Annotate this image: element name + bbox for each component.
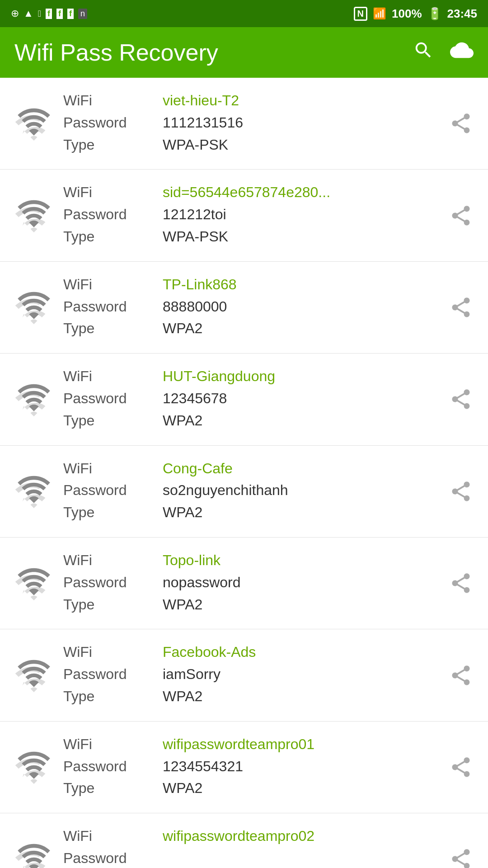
share-button[interactable] bbox=[443, 387, 479, 411]
type-row: TypeWPA2 bbox=[63, 410, 443, 431]
wifi-signal-icon bbox=[9, 750, 59, 784]
wifi-signal-icon bbox=[9, 107, 59, 141]
facebook-icon-4: f bbox=[67, 9, 74, 19]
wifi-info: WiFiTP-Link868Password88880000TypeWPA2 bbox=[59, 274, 443, 340]
wifi-label: WiFi bbox=[63, 734, 163, 755]
wifi-row: WiFisid=56544e657874e280... bbox=[63, 182, 443, 203]
wifi-info: WiFiHUT-GiangduongPassword12345678TypeWP… bbox=[59, 366, 443, 432]
status-bar: ⊕ ▲  f f f n N 📶 100% 🔋 23:45 bbox=[0, 0, 488, 27]
share-button[interactable] bbox=[443, 755, 479, 779]
type-label: Type bbox=[63, 502, 163, 523]
nfc-icon: N bbox=[354, 7, 367, 21]
wifi-label: WiFi bbox=[63, 182, 163, 203]
password-row: Password88880000 bbox=[63, 297, 443, 317]
wifi-info: WiFisid=56544e657874e280...Password12121… bbox=[59, 182, 443, 248]
warning-icon: ▲ bbox=[23, 8, 33, 19]
password-value: 121212toi bbox=[163, 204, 226, 225]
share-button[interactable] bbox=[443, 571, 479, 595]
list-item: WiFiTopo-linkPasswordnopasswordTypeWPA2 bbox=[0, 538, 488, 629]
wifi-signal-icon bbox=[9, 566, 59, 600]
share-button[interactable] bbox=[443, 112, 479, 135]
password-row: Password bbox=[63, 848, 443, 868]
wifi-row: WiFiviet-hieu-T2 bbox=[63, 90, 443, 111]
wifi-signal-icon bbox=[9, 474, 59, 508]
password-value: nopassword bbox=[163, 572, 241, 593]
password-label: Password bbox=[63, 480, 163, 500]
facebook-icon-2: f bbox=[46, 9, 52, 19]
list-item: WiFiFacebook-AdsPasswordiamSorryTypeWPA2 bbox=[0, 629, 488, 721]
wifi-ssid-value: Facebook-Ads bbox=[163, 642, 256, 662]
password-value: 88880000 bbox=[163, 297, 227, 317]
clock: 23:45 bbox=[447, 7, 478, 21]
wifi-row: WiFiwifipasswordteampro02 bbox=[63, 826, 443, 846]
search-icon[interactable] bbox=[413, 40, 434, 66]
type-row: TypeWPA2 bbox=[63, 778, 443, 798]
share-button[interactable] bbox=[443, 296, 479, 319]
type-row: TypeWPA2 bbox=[63, 502, 443, 523]
facebook-icon-1:  bbox=[38, 9, 41, 19]
list-item: WiFiwifipasswordteampro02PasswordType bbox=[0, 813, 488, 868]
list-item: WiFiviet-hieu-T2Password1112131516TypeWP… bbox=[0, 78, 488, 170]
type-value: WPA2 bbox=[163, 410, 202, 431]
app-bar: Wifi Pass Recovery bbox=[0, 27, 488, 78]
list-item: WiFisid=56544e657874e280...Password12121… bbox=[0, 170, 488, 261]
wifi-row: WiFiwifipasswordteampro01 bbox=[63, 734, 443, 755]
wifi-label: WiFi bbox=[63, 826, 163, 846]
password-label: Password bbox=[63, 848, 163, 868]
share-button[interactable] bbox=[443, 664, 479, 687]
n-icon: n bbox=[78, 9, 87, 19]
password-row: Password1112131516 bbox=[63, 113, 443, 133]
type-label: Type bbox=[63, 686, 163, 707]
password-value: iamSorry bbox=[163, 664, 221, 684]
wifi-ssid-value: Topo-link bbox=[163, 550, 221, 571]
wifi-signal-icon bbox=[9, 842, 59, 868]
wifi-info: WiFiFacebook-AdsPasswordiamSorryTypeWPA2 bbox=[59, 642, 443, 708]
wifi-label: WiFi bbox=[63, 90, 163, 111]
password-row: Passwordnopassword bbox=[63, 572, 443, 593]
password-row: Passwordso2nguyenchithanh bbox=[63, 480, 443, 500]
wifi-signal-icon bbox=[9, 198, 59, 232]
password-value: 1234554321 bbox=[163, 756, 243, 777]
wifi-ssid-value: HUT-Giangduong bbox=[163, 366, 275, 387]
wifi-info: WiFiwifipasswordteampro01Password1234554… bbox=[59, 734, 443, 800]
add-icon: ⊕ bbox=[11, 8, 19, 19]
wifi-ssid-value: sid=56544e657874e280... bbox=[163, 182, 330, 203]
app-title: Wifi Pass Recovery bbox=[14, 39, 218, 66]
type-value: WPA2 bbox=[163, 318, 202, 339]
wifi-label: WiFi bbox=[63, 274, 163, 295]
password-row: Password121212toi bbox=[63, 204, 443, 225]
status-bar-left: ⊕ ▲  f f f n bbox=[11, 8, 87, 19]
type-value: WPA2 bbox=[163, 686, 202, 707]
type-label: Type bbox=[63, 778, 163, 798]
password-row: Password12345678 bbox=[63, 388, 443, 409]
share-button[interactable] bbox=[443, 204, 479, 227]
type-label: Type bbox=[63, 226, 163, 247]
wifi-row: WiFiTP-Link868 bbox=[63, 274, 443, 295]
share-button[interactable] bbox=[443, 480, 479, 503]
wifi-ssid-value: TP-Link868 bbox=[163, 274, 237, 295]
wifi-signal-icon bbox=[9, 290, 59, 324]
wifi-label: WiFi bbox=[63, 550, 163, 571]
wifi-ssid-value: wifipasswordteampro01 bbox=[163, 734, 314, 755]
wifi-row: WiFiTopo-link bbox=[63, 550, 443, 571]
wifi-list: WiFiviet-hieu-T2Password1112131516TypeWP… bbox=[0, 78, 488, 868]
wifi-ssid-value: Cong-Cafe bbox=[163, 458, 233, 479]
wifi-ssid-value: wifipasswordteampro02 bbox=[163, 826, 314, 846]
type-row: TypeWPA2 bbox=[63, 318, 443, 339]
list-item: WiFiHUT-GiangduongPassword12345678TypeWP… bbox=[0, 354, 488, 445]
type-label: Type bbox=[63, 410, 163, 431]
type-value: WPA2 bbox=[163, 778, 202, 798]
password-label: Password bbox=[63, 297, 163, 317]
password-value: so2nguyenchithanh bbox=[163, 480, 288, 500]
password-label: Password bbox=[63, 572, 163, 593]
app-bar-actions bbox=[413, 38, 474, 67]
type-value: WPA2 bbox=[163, 594, 202, 615]
password-label: Password bbox=[63, 756, 163, 777]
type-row: TypeWPA2 bbox=[63, 594, 443, 615]
share-button[interactable] bbox=[443, 847, 479, 868]
cloud-icon[interactable] bbox=[450, 38, 474, 67]
password-label: Password bbox=[63, 664, 163, 684]
wifi-info: WiFiTopo-linkPasswordnopasswordTypeWPA2 bbox=[59, 550, 443, 616]
battery-percent: 100% bbox=[392, 7, 422, 21]
wifi-row: WiFiFacebook-Ads bbox=[63, 642, 443, 662]
